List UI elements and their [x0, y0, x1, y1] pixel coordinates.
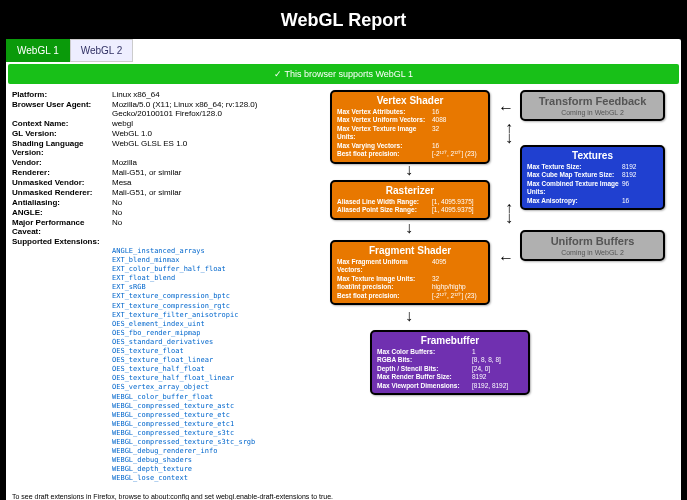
- textures-title: Textures: [527, 150, 658, 161]
- prop-key: Max Vertex Attributes:: [337, 108, 432, 116]
- textures-box: Textures Max Texture Size:8192Max Cube M…: [520, 145, 665, 210]
- raster-title: Rasterizer: [337, 185, 483, 196]
- extension-link[interactable]: WEBGL_compressed_texture_etc1: [112, 420, 312, 429]
- platform-value: Linux x86_64: [112, 90, 312, 99]
- renderer-label: Renderer:: [12, 168, 112, 177]
- extension-link[interactable]: WEBGL_compressed_texture_etc: [112, 411, 312, 420]
- prop-key: Max Vertex Texture Image Units:: [337, 125, 432, 142]
- prop-key: float/int precision:: [337, 283, 432, 291]
- prop-value: [-2¹²⁷, 2¹²⁷] (23): [432, 150, 483, 158]
- extension-link[interactable]: WEBGL_debug_renderer_info: [112, 447, 312, 456]
- arrow-icon: [498, 250, 514, 266]
- ua-value: Mozilla/5.0 (X11; Linux x86_64; rv:128.0…: [112, 100, 312, 118]
- fb-title: Framebuffer: [377, 335, 523, 346]
- prop-key: Aliased Line Width Range:: [337, 198, 432, 206]
- extension-link[interactable]: OES_texture_float: [112, 347, 312, 356]
- extension-link[interactable]: WEBGL_compressed_texture_astc: [112, 402, 312, 411]
- extension-link[interactable]: OES_texture_half_float: [112, 365, 312, 374]
- prop-value: 96: [622, 180, 658, 197]
- extension-link[interactable]: WEBGL_compressed_texture_s3tc: [112, 429, 312, 438]
- prop-row: Max Cube Map Texture Size:8192: [527, 171, 658, 179]
- ctx-label: Context Name:: [12, 119, 112, 128]
- extension-link[interactable]: EXT_float_blend: [112, 274, 312, 283]
- glver-label: GL Version:: [12, 129, 112, 138]
- extension-link[interactable]: ANGLE_instanced_arrays: [112, 247, 312, 256]
- prop-row: Aliased Point Size Range:[1, 4095.9375]: [337, 206, 483, 214]
- prop-key: Best float precision:: [337, 150, 432, 158]
- extension-link[interactable]: WEBGL_compressed_texture_s3tc_srgb: [112, 438, 312, 447]
- perf-label: Major Performance Caveat:: [12, 218, 112, 236]
- extension-link[interactable]: EXT_texture_compression_rgtc: [112, 302, 312, 311]
- vertex-title: Vertex Shader: [337, 95, 483, 106]
- prop-row: Best float precision:[-2¹²⁷, 2¹²⁷] (23): [337, 292, 483, 300]
- aa-label: Antialiasing:: [12, 198, 112, 207]
- urenderer-label: Unmasked Renderer:: [12, 188, 112, 197]
- tabs: WebGL 1 WebGL 2: [6, 39, 681, 62]
- prop-row: Max Viewport Dimensions:[8192, 8192]: [377, 382, 523, 390]
- extension-link[interactable]: EXT_texture_compression_bptc: [112, 292, 312, 301]
- prop-row: Max Vertex Uniform Vectors:4088: [337, 116, 483, 124]
- prop-value: [1, 4095.9375]: [432, 198, 483, 206]
- prop-value: highp/highp: [432, 283, 483, 291]
- prop-value: 4095: [432, 258, 483, 275]
- rasterizer-box: Rasterizer Aliased Line Width Range:[1, …: [330, 180, 490, 220]
- extension-link[interactable]: OES_standard_derivatives: [112, 338, 312, 347]
- extension-link[interactable]: WEBGL_depth_texture: [112, 465, 312, 474]
- extension-link[interactable]: WEBGL_color_buffer_float: [112, 393, 312, 402]
- prop-key: Best float precision:: [337, 292, 432, 300]
- angle-value: No: [112, 208, 312, 217]
- prop-row: Max Fragment Uniform Vectors:4095: [337, 258, 483, 275]
- prop-value: 16: [432, 142, 483, 150]
- prop-row: Max Texture Image Units:32: [337, 275, 483, 283]
- extension-link[interactable]: EXT_blend_minmax: [112, 256, 312, 265]
- uvendor-label: Unmasked Vendor:: [12, 178, 112, 187]
- platform-label: Platform:: [12, 90, 112, 99]
- fragment-shader-box: Fragment Shader Max Fragment Uniform Vec…: [330, 240, 490, 305]
- prop-value: [8192, 8192]: [472, 382, 523, 390]
- extension-link[interactable]: WEBGL_debug_shaders: [112, 456, 312, 465]
- extension-link[interactable]: OES_element_index_uint: [112, 320, 312, 329]
- arrow-icon: [405, 162, 413, 178]
- arrow-icon: [498, 100, 514, 116]
- extension-link[interactable]: EXT_color_buffer_half_float: [112, 265, 312, 274]
- slver-value: WebGL GLSL ES 1.0: [112, 139, 312, 157]
- aa-value: No: [112, 198, 312, 207]
- prop-row: Best float precision:[-2¹²⁷, 2¹²⁷] (23): [337, 150, 483, 158]
- extension-link[interactable]: OES_texture_float_linear: [112, 356, 312, 365]
- tab-webgl1[interactable]: WebGL 1: [6, 39, 70, 62]
- prop-value: [8, 8, 8, 8]: [472, 356, 523, 364]
- prop-row: Max Texture Size:8192: [527, 163, 658, 171]
- extension-link[interactable]: WEBGL_lose_context: [112, 474, 312, 483]
- prop-value: 16: [432, 108, 483, 116]
- uniform-buffers-box: Uniform Buffers Coming in WebGL 2: [520, 230, 665, 261]
- ua-label: Browser User Agent:: [12, 100, 112, 118]
- prop-row: float/int precision:highp/highp: [337, 283, 483, 291]
- prop-key: Max Texture Image Units:: [337, 275, 432, 283]
- main-panel: WebGL 1 WebGL 2 ✓ This browser supports …: [6, 39, 681, 500]
- tf-msg: Coming in WebGL 2: [527, 109, 658, 116]
- prop-value: 8192: [622, 171, 658, 179]
- prop-row: Depth / Stencil Bits:[24, 0]: [377, 365, 523, 373]
- extension-link[interactable]: OES_vertex_array_object: [112, 383, 312, 392]
- prop-row: Max Varying Vectors:16: [337, 142, 483, 150]
- vertex-shader-box: Vertex Shader Max Vertex Attributes:16Ma…: [330, 90, 490, 164]
- extension-link[interactable]: EXT_sRGB: [112, 283, 312, 292]
- extension-link[interactable]: OES_fbo_render_mipmap: [112, 329, 312, 338]
- perf-value: No: [112, 218, 312, 236]
- transform-feedback-box: Transform Feedback Coming in WebGL 2: [520, 90, 665, 121]
- extension-link[interactable]: OES_texture_half_float_linear: [112, 374, 312, 383]
- slver-label: Shading Language Version:: [12, 139, 112, 157]
- vendor-label: Vendor:: [12, 158, 112, 167]
- prop-key: Max Color Buffers:: [377, 348, 472, 356]
- glver-value: WebGL 1.0: [112, 129, 312, 138]
- page-title: WebGL Report: [0, 0, 687, 39]
- prop-key: Max Fragment Uniform Vectors:: [337, 258, 432, 275]
- prop-key: Max Varying Vectors:: [337, 142, 432, 150]
- prop-row: Max Combined Texture Image Units:96: [527, 180, 658, 197]
- arrow-icon: [505, 120, 513, 146]
- prop-key: Max Cube Map Texture Size:: [527, 171, 622, 179]
- prop-row: Max Render Buffer Size:8192: [377, 373, 523, 381]
- tab-webgl2[interactable]: WebGL 2: [70, 39, 134, 62]
- extension-link[interactable]: EXT_texture_filter_anisotropic: [112, 311, 312, 320]
- arrow-icon: [505, 200, 513, 226]
